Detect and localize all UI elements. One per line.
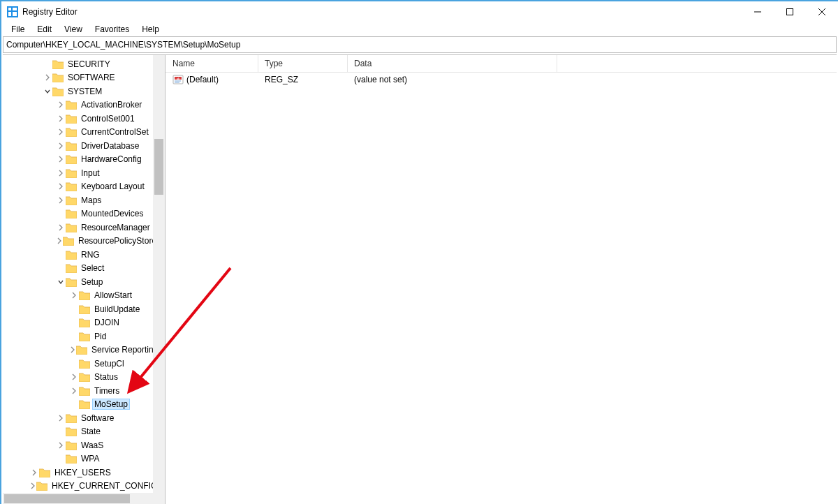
chevron-right-icon[interactable] xyxy=(56,127,66,137)
column-header-name[interactable]: Name xyxy=(166,55,258,72)
column-separator[interactable] xyxy=(347,55,348,72)
tree-item[interactable]: SOFTWARE xyxy=(3,71,153,85)
tree-item-label: Input xyxy=(80,168,101,178)
tree-item[interactable]: CurrentControlSet xyxy=(3,126,153,140)
tree-item[interactable]: MountedDevices xyxy=(3,207,153,221)
menu-favorites[interactable]: Favorites xyxy=(89,24,135,35)
folder-icon xyxy=(66,209,77,218)
scroll-thumb[interactable] xyxy=(154,139,163,195)
maximize-button[interactable] xyxy=(774,1,806,22)
chevron-right-icon[interactable] xyxy=(56,236,63,246)
close-button[interactable] xyxy=(806,1,838,22)
tree-item[interactable]: ControlSet001 xyxy=(3,112,153,126)
scroll-thumb[interactable] xyxy=(4,494,130,503)
tree-item[interactable]: Setup xyxy=(3,275,153,289)
menu-edit[interactable]: Edit xyxy=(31,24,57,35)
svg-text:ab: ab xyxy=(177,77,180,80)
menu-view[interactable]: View xyxy=(59,24,88,35)
column-separator[interactable] xyxy=(557,55,557,72)
folder-icon xyxy=(79,290,90,300)
window-controls xyxy=(742,1,838,22)
tree-item[interactable]: MoSetup xyxy=(3,398,153,412)
tree-item-label: WaaS xyxy=(80,440,105,450)
tree-item[interactable]: ActivationBroker xyxy=(3,98,153,112)
folder-icon xyxy=(79,304,90,314)
chevron-right-icon[interactable] xyxy=(29,481,36,491)
column-header-data[interactable]: Data xyxy=(347,55,557,72)
chevron-right-icon[interactable] xyxy=(69,372,79,382)
tree-item[interactable]: WaaS xyxy=(3,438,153,452)
tree-item[interactable]: HardwareConfig xyxy=(3,153,153,167)
tree-item[interactable]: Software xyxy=(3,411,153,425)
chevron-right-icon[interactable] xyxy=(56,100,66,110)
chevron-right-icon[interactable] xyxy=(29,468,39,477)
tree-item[interactable]: State xyxy=(3,425,153,439)
chevron-right-icon[interactable] xyxy=(69,386,79,396)
chevron-right-icon[interactable] xyxy=(56,168,66,178)
svg-rect-3 xyxy=(8,12,11,16)
tree-item[interactable]: ResourceManager xyxy=(3,221,153,235)
svg-rect-6 xyxy=(787,9,793,15)
folder-icon xyxy=(52,87,64,96)
tree-item[interactable]: Select xyxy=(3,262,153,276)
chevron-right-icon[interactable] xyxy=(69,290,79,300)
tree-item[interactable]: BuildUpdate xyxy=(3,302,153,316)
column-separator[interactable] xyxy=(258,55,258,72)
title-bar: Registry Editor xyxy=(1,1,838,22)
tree-item[interactable]: SYSTEM xyxy=(3,84,153,98)
chevron-right-icon[interactable] xyxy=(56,181,66,191)
tree-item[interactable]: HKEY_CURRENT_CONFIG xyxy=(3,480,153,494)
tree-item[interactable]: Service Reporting xyxy=(3,343,153,357)
tree-item[interactable]: SetupCl xyxy=(3,357,153,371)
chevron-right-icon[interactable] xyxy=(56,154,66,164)
chevron-right-icon[interactable] xyxy=(56,141,66,151)
horizontal-scrollbar[interactable] xyxy=(3,493,153,504)
folder-icon xyxy=(52,59,64,69)
values-list[interactable]: ab(Default)REG_SZ(value not set) xyxy=(166,73,837,87)
chevron-right-icon[interactable] xyxy=(56,413,66,423)
address-bar[interactable]: Computer\HKEY_LOCAL_MACHINE\SYSTEM\Setup… xyxy=(3,36,837,53)
tree-item[interactable]: Input xyxy=(3,166,153,180)
tree-item-label: RNG xyxy=(80,250,101,260)
column-header-type[interactable]: Type xyxy=(258,55,347,72)
tree-item[interactable]: WPA xyxy=(3,452,153,466)
tree-item-label: Setup xyxy=(80,277,104,287)
value-row[interactable]: ab(Default)REG_SZ(value not set) xyxy=(166,73,837,87)
tree-item-label: ControlSet001 xyxy=(80,114,136,124)
menu-file[interactable]: File xyxy=(6,24,30,35)
tree-item-label: DriverDatabase xyxy=(80,141,140,151)
tree-item-label: Service Reporting xyxy=(90,345,153,355)
chevron-down-icon[interactable] xyxy=(56,277,66,287)
chevron-right-icon[interactable] xyxy=(56,195,66,205)
tree-item[interactable]: Maps xyxy=(3,193,153,207)
tree-item[interactable]: Status xyxy=(3,371,153,385)
regedit-icon xyxy=(7,6,18,17)
folder-icon xyxy=(66,168,77,178)
folder-icon xyxy=(66,263,77,273)
tree-item[interactable]: DriverDatabase xyxy=(3,139,153,153)
tree-item[interactable]: Pid xyxy=(3,329,153,343)
vertical-scrollbar[interactable] xyxy=(153,55,165,493)
tree-item[interactable]: RNG xyxy=(3,248,153,262)
chevron-down-icon[interactable] xyxy=(43,87,52,96)
chevron-right-icon[interactable] xyxy=(69,345,76,355)
chevron-right-icon[interactable] xyxy=(43,73,52,82)
chevron-right-icon[interactable] xyxy=(56,114,66,124)
tree-item[interactable]: ResourcePolicyStore xyxy=(3,235,153,249)
tree-item[interactable]: HKEY_USERS xyxy=(3,466,153,480)
tree-item-label: State xyxy=(80,427,102,436)
tree-item[interactable]: AllowStart xyxy=(3,289,153,303)
chevron-right-icon[interactable] xyxy=(56,440,66,450)
tree-view[interactable]: SECURITYSOFTWARESYSTEMActivationBrokerCo… xyxy=(3,55,153,493)
tree-item-label: HKEY_USERS xyxy=(53,468,112,477)
chevron-right-icon[interactable] xyxy=(56,223,66,232)
tree-item[interactable]: Keyboard Layout xyxy=(3,180,153,194)
folder-icon xyxy=(79,332,90,341)
folder-icon xyxy=(66,114,77,124)
tree-item[interactable]: DJOIN xyxy=(3,316,153,330)
menu-help[interactable]: Help xyxy=(136,24,165,35)
minimize-button[interactable] xyxy=(742,1,774,22)
svg-rect-4 xyxy=(13,12,17,16)
tree-item[interactable]: Timers xyxy=(3,384,153,398)
tree-item[interactable]: SECURITY xyxy=(3,57,153,71)
